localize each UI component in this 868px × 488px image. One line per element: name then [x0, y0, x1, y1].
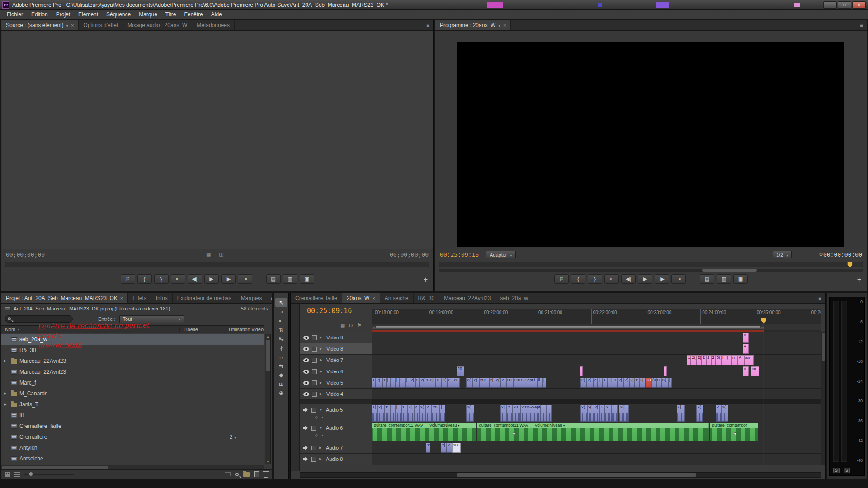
- fit-dropdown[interactable]: Adapter: [486, 251, 516, 258]
- source-button-editor[interactable]: +: [424, 276, 428, 284]
- source-tab-metadonnees[interactable]: Métadonnées: [192, 20, 235, 30]
- timeline-clip[interactable]: f: [722, 355, 726, 365]
- mark-out-button[interactable]: }: [588, 274, 602, 284]
- timeline-clip[interactable]: 20: [512, 405, 520, 422]
- video-lane-video-9[interactable]: A: [372, 332, 821, 343]
- slide-tool[interactable]: ⇆: [275, 361, 287, 370]
- sequence-tab-marceau-22avril23[interactable]: Marceau_22Avril23: [439, 293, 495, 303]
- video-lane-video-5[interactable]: 12(1'|1|1(2|22(12|22(2202(2(2012|2(22020…: [372, 377, 821, 389]
- volume-keyframe-line[interactable]: [372, 434, 476, 434]
- program-scrubber[interactable]: [439, 262, 863, 267]
- timeline-clip[interactable]: guitare_comtempor11.WAVVolume:Niveau: [372, 423, 476, 441]
- audio-lane-audio-6[interactable]: guitare_comtempor11.WAVVolume:Niveauguit…: [372, 422, 821, 442]
- timeline-clip[interactable]: 20: [457, 366, 464, 376]
- timeline-clip[interactable]: 2: [702, 355, 706, 365]
- close-button[interactable]: ×: [852, 1, 866, 9]
- project-tab-explorateur-de-medias[interactable]: Explorateur de médias: [173, 293, 236, 303]
- timeline-clip[interactable]: |: [387, 378, 390, 388]
- timeline-clip[interactable]: 1': [382, 378, 387, 388]
- slip-tool[interactable]: ↔: [275, 352, 287, 361]
- timeline-clip[interactable]: A: [738, 355, 745, 365]
- close-icon[interactable]: [120, 295, 123, 301]
- speaker-icon[interactable]: [303, 457, 309, 461]
- timeline-clip[interactable]: (: [405, 378, 410, 388]
- track-header-video-5[interactable]: Vidéo 5: [300, 377, 372, 389]
- timeline-clip[interactable]: 1|: [372, 405, 377, 422]
- settings-wrench-icon[interactable]: ⚙: [819, 252, 823, 258]
- project-tab-effets[interactable]: Effets: [128, 293, 151, 303]
- sequence-tab-r-30[interactable]: R&_30: [414, 293, 440, 303]
- speaker-icon[interactable]: [303, 426, 309, 430]
- expander-icon[interactable]: [4, 392, 9, 395]
- timeline-clip[interactable]: 2: [415, 378, 420, 388]
- panel-menu-icon[interactable]: [423, 20, 433, 30]
- timeline-clip[interactable]: 2: [711, 355, 716, 365]
- timeline-clip[interactable]: 2|: [594, 405, 600, 422]
- timeline-clip[interactable]: 2015-Sept-Oct: [513, 378, 533, 388]
- speaker-icon[interactable]: [303, 446, 309, 450]
- scrollbar-thumb[interactable]: [2, 466, 108, 469]
- rate-stretch-tool[interactable]: ↹: [275, 334, 287, 343]
- timeline-clip[interactable]: 1: [390, 378, 395, 388]
- visibility-eye-icon[interactable]: [303, 347, 309, 351]
- project-row[interactable]: Marceau_22Avril23: [1, 366, 264, 377]
- track-select-tool[interactable]: ⇥: [275, 307, 287, 316]
- visibility-eye-icon[interactable]: [303, 358, 309, 362]
- track-expander-icon[interactable]: [320, 392, 324, 396]
- expander-icon[interactable]: [4, 403, 9, 406]
- menu-fichier[interactable]: Fichier: [3, 10, 27, 19]
- timeline-clip[interactable]: 0(: [716, 355, 722, 365]
- source-scrubber[interactable]: [5, 262, 429, 267]
- speaker-icon[interactable]: [303, 408, 309, 412]
- panel-menu-icon[interactable]: [815, 293, 825, 303]
- timeline-clip[interactable]: 2|: [697, 355, 702, 365]
- timeline-clip[interactable]: 2(: [441, 378, 447, 388]
- timeline-clip[interactable]: 1: [390, 405, 396, 422]
- menu-marque[interactable]: Marque: [135, 10, 161, 19]
- track-expander-icon[interactable]: [319, 408, 323, 412]
- maximize-button[interactable]: □: [838, 1, 851, 9]
- timeline-clip[interactable]: |: [668, 378, 672, 388]
- project-row[interactable]: seb_20a_w: [1, 334, 264, 345]
- menu-aide[interactable]: Aide: [207, 10, 226, 19]
- timeline-clip[interactable]: 1': [426, 443, 430, 453]
- timeline-clip[interactable]: 1: [401, 405, 408, 422]
- timeline-clip[interactable]: 201: [479, 378, 489, 388]
- panel-menu-icon[interactable]: [856, 20, 867, 30]
- timeline-clip[interactable]: T: [602, 378, 607, 388]
- track-expander-icon[interactable]: [319, 427, 323, 430]
- sequence-tab-20ans-w[interactable]: 20ans_W: [342, 293, 380, 303]
- thumbnail-zoom-slider[interactable]: [24, 474, 74, 475]
- track-expander-icon[interactable]: [320, 381, 324, 385]
- close-icon[interactable]: [503, 22, 506, 28]
- scrollbar-thumb[interactable]: [822, 333, 825, 361]
- timeline-clip[interactable]: 1': [634, 378, 639, 388]
- automate-to-sequence-icon[interactable]: [225, 472, 231, 476]
- timeline-clip[interactable]: n: [731, 355, 738, 365]
- timeline-clip[interactable]: |: [396, 405, 401, 422]
- project-row[interactable]: Cremaillere2: [1, 432, 264, 442]
- insert-button[interactable]: ▤: [266, 274, 281, 284]
- go-to-in-button[interactable]: ⇤: [604, 274, 619, 284]
- audio-lane-audio-8[interactable]: [372, 454, 821, 465]
- new-item-icon[interactable]: [254, 471, 259, 477]
- track-header-audio-8[interactable]: Audio 8: [300, 454, 372, 465]
- solo-right-button[interactable]: S: [844, 468, 850, 473]
- timeline-clip[interactable]: 2(|: [619, 405, 629, 422]
- timeline-clip[interactable]: 2(: [623, 378, 629, 388]
- keyframe-dot[interactable]: [513, 432, 515, 435]
- selection-tool[interactable]: ↖: [275, 298, 287, 307]
- track-display-icon[interactable]: [311, 426, 316, 431]
- expander-icon[interactable]: [4, 359, 9, 363]
- timeline-clip[interactable]: 2|: [500, 405, 507, 422]
- timeline-clip[interactable]: 20: [453, 378, 460, 388]
- project-row[interactable]: R&_30: [1, 345, 264, 356]
- timeline-clip[interactable]: an: [745, 355, 754, 365]
- menu-edition[interactable]: Edition: [27, 10, 52, 19]
- timeline-clip[interactable]: 2: [447, 443, 452, 453]
- timeline-clip[interactable]: 2(: [376, 378, 382, 388]
- timeline-clip[interactable]: 1: [425, 378, 429, 388]
- timeline-clip[interactable]: |: [598, 378, 602, 388]
- sequence-tab-antseiche[interactable]: Antseiche: [380, 293, 414, 303]
- timeline-clip[interactable]: (0: [651, 378, 656, 388]
